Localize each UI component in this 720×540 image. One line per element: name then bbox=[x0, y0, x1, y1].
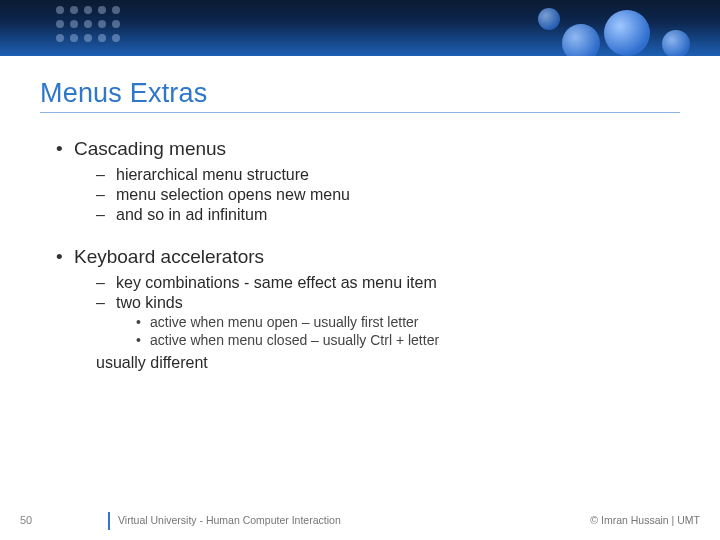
bullet-level1: Keyboard accelerators bbox=[56, 246, 680, 268]
body-text: usually different bbox=[96, 354, 680, 372]
bullet-level1: Cascading menus bbox=[56, 138, 680, 160]
bullet-level2: hierarchical menu structure bbox=[96, 166, 680, 184]
bubble-decor bbox=[562, 24, 600, 56]
slide-title: Menus Extras bbox=[40, 78, 207, 109]
bullet-level2: and so in ad infinitum bbox=[96, 206, 680, 224]
bullet-level3: active when menu closed – usually Ctrl +… bbox=[136, 332, 680, 348]
dot-grid-decor bbox=[56, 6, 120, 42]
bullet-level2: menu selection opens new menu bbox=[96, 186, 680, 204]
bubble-decor bbox=[662, 30, 690, 56]
bubble-decor bbox=[538, 8, 560, 30]
page-number: 50 bbox=[20, 514, 32, 526]
slide: Menus Extras Cascading menus hierarchica… bbox=[0, 0, 720, 540]
footer-right-text: © Imran Hussain | UMT bbox=[590, 514, 700, 526]
footer-center-text: Virtual University - Human Computer Inte… bbox=[118, 514, 341, 526]
slide-body: Cascading menus hierarchical menu struct… bbox=[40, 132, 680, 372]
title-underline bbox=[40, 112, 680, 113]
bullet-level3: active when menu open – usually first le… bbox=[136, 314, 680, 330]
bullet-level2: key combinations - same effect as menu i… bbox=[96, 274, 680, 292]
bullet-level2: two kinds bbox=[96, 294, 680, 312]
header-band bbox=[0, 0, 720, 56]
bubble-decor bbox=[604, 10, 650, 56]
footer-divider bbox=[108, 512, 110, 530]
